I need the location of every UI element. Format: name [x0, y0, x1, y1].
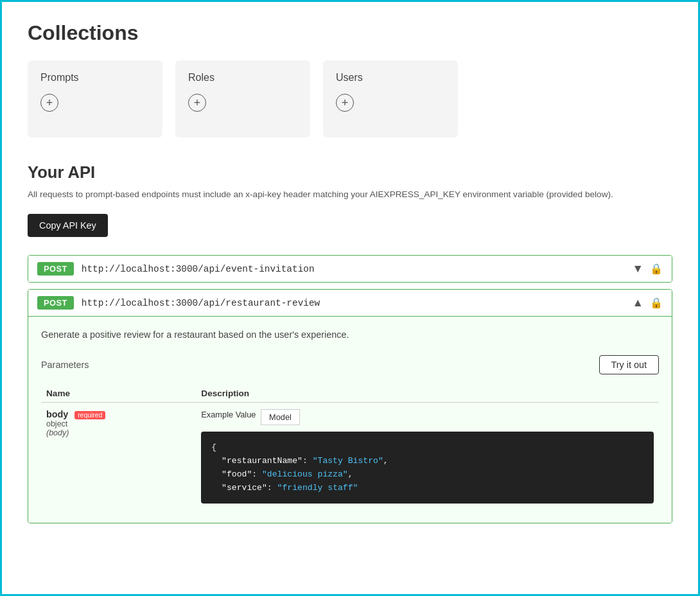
name-column-header: Name	[41, 385, 196, 403]
collection-card-title-users: Users	[336, 72, 445, 83]
description-column-header: Description	[196, 385, 659, 403]
endpoint-event-invitation-header[interactable]: POST http://localhost:3000/api/event-inv…	[28, 256, 672, 282]
add-roles-button[interactable]: +	[188, 94, 206, 112]
api-description: All requests to prompt-based endpoints m…	[28, 188, 672, 201]
model-tab[interactable]: Model	[261, 409, 300, 425]
copy-api-key-button[interactable]: Copy API Key	[28, 214, 108, 237]
required-badge: required	[74, 411, 105, 419]
chevron-up-icon: ▲	[633, 296, 643, 310]
endpoint-event-invitation: POST http://localhost:3000/api/event-inv…	[28, 255, 672, 283]
try-it-out-button[interactable]: Try it out	[599, 355, 659, 374]
collection-card-users: Users +	[323, 60, 458, 137]
params-table: Name Description body required object (b…	[41, 385, 659, 510]
parameters-row: Parameters Try it out	[41, 355, 659, 374]
example-value-label: Example Value	[201, 410, 256, 419]
chevron-down-icon: ▼	[633, 262, 643, 276]
collections-grid: Prompts + Roles + Users +	[28, 60, 672, 137]
endpoint-icons-event-invitation: ▼ 🔒	[633, 262, 663, 276]
code-block: { "restaurantName": "Tasty Bistro", "foo…	[201, 432, 654, 504]
add-prompts-button[interactable]: +	[40, 94, 58, 112]
endpoint-icons-restaurant-review: ▲ 🔒	[633, 296, 663, 310]
endpoint-restaurant-review-body: Generate a positive review for a restaur…	[28, 316, 672, 523]
endpoint-restaurant-review: POST http://localhost:3000/api/restauran…	[28, 289, 672, 523]
collection-card-title-roles: Roles	[188, 72, 297, 83]
endpoint-restaurant-review-header[interactable]: POST http://localhost:3000/api/restauran…	[28, 290, 672, 316]
example-value-row: Example Value Model	[201, 409, 654, 425]
body-param-row: body required object (body) Example Valu…	[41, 403, 659, 511]
post-badge-restaurant-review: POST	[37, 296, 74, 310]
collection-card-title-prompts: Prompts	[40, 72, 150, 83]
endpoint-description: Generate a positive review for a restaur…	[41, 329, 659, 340]
body-param-italic: (body)	[46, 428, 191, 437]
post-badge-event-invitation: POST	[37, 262, 74, 276]
body-param-type: object	[46, 419, 191, 428]
lock-icon-restaurant: 🔒	[650, 297, 663, 309]
collection-card-roles: Roles +	[175, 60, 310, 137]
endpoint-url-event-invitation: http://localhost:3000/api/event-invitati…	[82, 264, 625, 274]
parameters-label: Parameters	[41, 360, 89, 370]
add-users-button[interactable]: +	[336, 94, 354, 112]
lock-icon: 🔒	[650, 263, 663, 275]
body-param-name: body	[46, 409, 68, 419]
collection-card-prompts: Prompts +	[28, 60, 162, 137]
page-title: Collections	[28, 21, 672, 45]
endpoint-url-restaurant-review: http://localhost:3000/api/restaurant-rev…	[82, 298, 625, 308]
api-section-title: Your API	[28, 163, 672, 182]
